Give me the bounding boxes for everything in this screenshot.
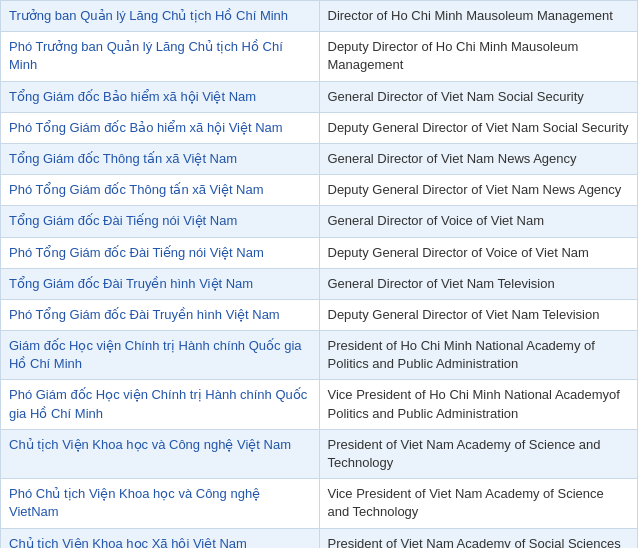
english-title: Director of Ho Chi Minh Mausoleum Manage…	[319, 1, 638, 32]
english-title: Deputy General Director of Viet Nam Tele…	[319, 299, 638, 330]
english-title: President of Ho Chi Minh National Academ…	[319, 331, 638, 380]
table-row: Giám đốc Học viện Chính trị Hành chính Q…	[1, 331, 638, 380]
table-row: Phó Tổng Giám đốc Bảo hiểm xã hội Việt N…	[1, 112, 638, 143]
vietnamese-title: Phó Tổng Giám đốc Bảo hiểm xã hội Việt N…	[1, 112, 320, 143]
table-row: Phó Trưởng ban Quản lý Lăng Chủ tịch Hồ …	[1, 32, 638, 81]
vietnamese-title: Phó Chủ tịch Viện Khoa học và Công nghệ …	[1, 479, 320, 528]
table-row: Chủ tịch Viện Khoa học Xã hội Việt NamPr…	[1, 528, 638, 548]
english-title: Deputy Director of Ho Chi Minh Mausoleum…	[319, 32, 638, 81]
table-row: Phó Tổng Giám đốc Thông tấn xã Việt NamD…	[1, 175, 638, 206]
english-title: General Director of Voice of Viet Nam	[319, 206, 638, 237]
english-title: General Director of Viet Nam News Agency	[319, 143, 638, 174]
table-row: Tổng Giám đốc Thông tấn xã Việt NamGener…	[1, 143, 638, 174]
english-title: Deputy General Director of Voice of Viet…	[319, 237, 638, 268]
table-row: Phó Giám đốc Học viện Chính trị Hành chí…	[1, 380, 638, 429]
vietnamese-title: Trưởng ban Quản lý Lăng Chủ tịch Hồ Chí …	[1, 1, 320, 32]
vietnamese-title: Tổng Giám đốc Bảo hiểm xã hội Việt Nam	[1, 81, 320, 112]
vietnamese-title: Phó Giám đốc Học viện Chính trị Hành chí…	[1, 380, 320, 429]
table-row: Tổng Giám đốc Đài Tiếng nói Việt NamGene…	[1, 206, 638, 237]
vietnamese-title: Tổng Giám đốc Đài Tiếng nói Việt Nam	[1, 206, 320, 237]
vietnamese-title: Phó Tổng Giám đốc Thông tấn xã Việt Nam	[1, 175, 320, 206]
vietnamese-title: Phó Tổng Giám đốc Đài Tiếng nói Việt Nam	[1, 237, 320, 268]
table-row: Trưởng ban Quản lý Lăng Chủ tịch Hồ Chí …	[1, 1, 638, 32]
table-row: Phó Chủ tịch Viện Khoa học và Công nghệ …	[1, 479, 638, 528]
english-title: Deputy General Director of Viet Nam Soci…	[319, 112, 638, 143]
table-row: Phó Tổng Giám đốc Đài Truyền hình Việt N…	[1, 299, 638, 330]
english-title: President of Viet Nam Academy of Social …	[319, 528, 638, 548]
english-title: President of Viet Nam Academy of Science…	[319, 429, 638, 478]
vietnamese-title: Phó Tổng Giám đốc Đài Truyền hình Việt N…	[1, 299, 320, 330]
vietnamese-title: Chủ tịch Viện Khoa học và Công nghệ Việt…	[1, 429, 320, 478]
english-title: General Director of Viet Nam Social Secu…	[319, 81, 638, 112]
vietnamese-title: Phó Trưởng ban Quản lý Lăng Chủ tịch Hồ …	[1, 32, 320, 81]
table-row: Tổng Giám đốc Đài Truyền hình Việt NamGe…	[1, 268, 638, 299]
vietnamese-title: Tổng Giám đốc Đài Truyền hình Việt Nam	[1, 268, 320, 299]
vietnamese-title: Tổng Giám đốc Thông tấn xã Việt Nam	[1, 143, 320, 174]
english-title: Deputy General Director of Viet Nam News…	[319, 175, 638, 206]
english-title: Vice President of Ho Chi Minh National A…	[319, 380, 638, 429]
table-row: Chủ tịch Viện Khoa học và Công nghệ Việt…	[1, 429, 638, 478]
vietnamese-title: Giám đốc Học viện Chính trị Hành chính Q…	[1, 331, 320, 380]
table-row: Tổng Giám đốc Bảo hiểm xã hội Việt NamGe…	[1, 81, 638, 112]
positions-table: Trưởng ban Quản lý Lăng Chủ tịch Hồ Chí …	[0, 0, 638, 548]
table-row: Phó Tổng Giám đốc Đài Tiếng nói Việt Nam…	[1, 237, 638, 268]
vietnamese-title: Chủ tịch Viện Khoa học Xã hội Việt Nam	[1, 528, 320, 548]
english-title: Vice President of Viet Nam Academy of Sc…	[319, 479, 638, 528]
english-title: General Director of Viet Nam Television	[319, 268, 638, 299]
